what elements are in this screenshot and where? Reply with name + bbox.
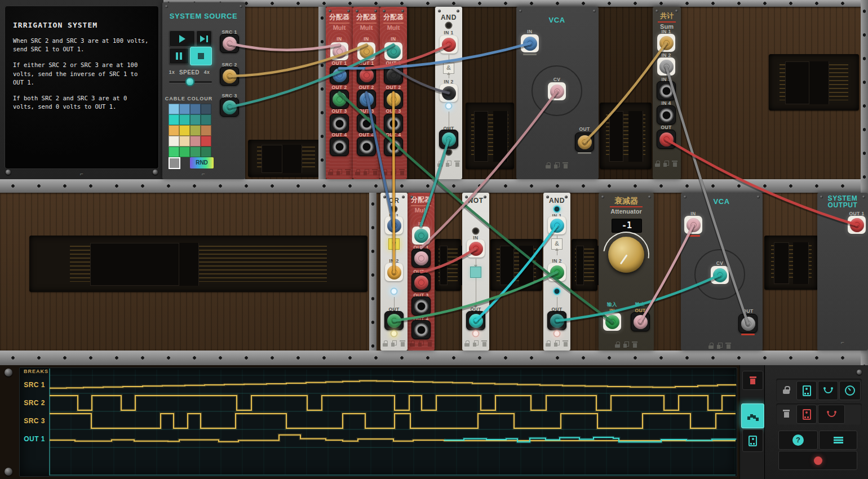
mult3-out3-jack[interactable] [384, 114, 403, 133]
lock-icon[interactable] [708, 343, 714, 349]
scope-delete-button[interactable] [742, 371, 763, 390]
mult4-out4-jack[interactable] [411, 320, 431, 339]
lock-icon[interactable] [410, 340, 415, 347]
vca1-cv-jack[interactable] [548, 82, 566, 100]
cable-colour-swatch[interactable] [201, 104, 211, 114]
delete-icon[interactable] [427, 340, 432, 347]
delete-icon[interactable] [372, 169, 378, 175]
duplicate-icon[interactable] [554, 340, 560, 347]
duplicate-icon[interactable] [391, 169, 396, 175]
cable-colour-swatch[interactable] [190, 104, 201, 114]
cable-tool-button[interactable] [818, 381, 838, 400]
selected-cable-colour-swatch[interactable] [169, 157, 180, 169]
mult4-out3-jack[interactable] [411, 296, 431, 316]
cable-colour-swatch[interactable] [179, 104, 190, 114]
delete-icon[interactable] [345, 169, 351, 175]
sum-out-jack[interactable] [657, 130, 676, 149]
mult1-out4-jack[interactable] [330, 137, 349, 156]
vca2-in-jack[interactable] [684, 216, 702, 234]
mult3-out1-jack[interactable] [384, 65, 403, 85]
mult3-out4-jack[interactable] [384, 137, 403, 156]
mult1-out2-jack[interactable] [330, 90, 349, 109]
lock-icon[interactable] [655, 161, 661, 167]
delete-tool-button[interactable] [778, 405, 794, 423]
timer-button[interactable] [839, 381, 861, 400]
mult1-out1-jack[interactable] [330, 65, 349, 85]
mult4-in-jack[interactable] [412, 227, 430, 245]
and1-in2-jack[interactable] [440, 84, 458, 102]
and2-in1-jack[interactable] [548, 216, 566, 234]
delete-cable-button[interactable] [818, 405, 845, 424]
src1-jack[interactable] [220, 34, 239, 53]
sum-in2-jack[interactable] [657, 57, 675, 76]
attenuator-in-jack[interactable] [603, 313, 621, 331]
cable-colour-swatch[interactable] [201, 147, 211, 157]
src3-jack[interactable] [220, 97, 239, 117]
attenuator-out-jack[interactable] [631, 312, 650, 331]
mult4-out2-jack[interactable] [411, 273, 431, 292]
delete-icon[interactable] [672, 161, 677, 167]
duplicate-icon[interactable] [336, 169, 342, 175]
duplicate-icon[interactable] [717, 343, 723, 349]
lock-icon[interactable] [328, 169, 334, 175]
random-colour-button[interactable]: RND [190, 157, 214, 168]
duplicate-icon[interactable] [623, 341, 629, 348]
mult4-out1-jack[interactable] [411, 249, 431, 268]
mult1-out3-jack[interactable] [330, 114, 349, 133]
delete-module-button[interactable] [796, 405, 817, 424]
mult3-out2-jack[interactable] [384, 90, 403, 109]
delete-icon[interactable] [563, 340, 568, 347]
lock-icon[interactable] [546, 340, 551, 347]
and2-in2-jack[interactable] [548, 263, 566, 281]
cable-colour-swatch[interactable] [169, 136, 179, 147]
delete-icon[interactable] [725, 343, 731, 349]
module-view-button[interactable] [742, 429, 763, 452]
sum-in4-jack[interactable] [657, 105, 676, 125]
mult2-out3-jack[interactable] [357, 114, 376, 133]
delete-icon[interactable] [454, 161, 460, 167]
add-module-button[interactable] [796, 381, 817, 400]
cable-colour-swatch[interactable] [190, 136, 201, 147]
delete-icon[interactable] [400, 340, 405, 347]
step-button[interactable] [196, 30, 212, 47]
and1-out-jack[interactable] [439, 130, 458, 149]
mult1-in-jack[interactable] [330, 42, 348, 60]
stop-button[interactable] [190, 47, 212, 65]
pause-button[interactable] [169, 48, 189, 64]
cable-colour-swatch[interactable] [190, 125, 201, 136]
lock-icon[interactable] [464, 340, 470, 347]
vca1-in-jack[interactable] [521, 34, 539, 52]
record-button[interactable] [778, 451, 857, 470]
speed-slider-knob[interactable] [185, 77, 195, 87]
vca2-out-jack[interactable] [738, 314, 758, 333]
cable-colour-swatch[interactable] [169, 104, 179, 114]
cable-colour-swatch[interactable] [169, 114, 179, 125]
mult2-out1-jack[interactable] [357, 65, 376, 85]
delete-icon[interactable] [481, 340, 487, 347]
help-button[interactable]: ? [778, 431, 818, 450]
sum-in3-jack[interactable] [657, 81, 676, 100]
sysout-out1-jack[interactable] [848, 216, 866, 234]
vca1-out-jack[interactable] [575, 132, 594, 152]
or-in2-jack[interactable] [385, 263, 403, 281]
cable-colour-swatch[interactable] [201, 136, 211, 147]
lock-icon[interactable] [615, 341, 621, 348]
lock-icon[interactable] [546, 162, 551, 168]
or-out-jack[interactable] [384, 311, 404, 330]
cable-colour-swatch[interactable] [190, 147, 201, 157]
cable-colour-swatch[interactable] [179, 147, 190, 157]
not-in-jack[interactable] [467, 239, 485, 258]
cable-colour-swatch[interactable] [179, 136, 190, 147]
cable-colour-swatch[interactable] [190, 114, 201, 125]
menu-button[interactable] [819, 431, 857, 450]
duplicate-icon[interactable] [473, 340, 479, 347]
duplicate-icon[interactable] [554, 162, 560, 168]
delete-icon[interactable] [563, 162, 568, 168]
cable-colour-swatch[interactable] [201, 114, 211, 125]
delete-icon[interactable] [632, 341, 637, 348]
lock-icon[interactable] [437, 161, 443, 167]
scope-view-button[interactable] [741, 403, 764, 428]
lock-tool-button[interactable] [778, 381, 794, 399]
and1-in1-jack[interactable] [440, 36, 458, 54]
duplicate-icon[interactable] [364, 169, 369, 175]
